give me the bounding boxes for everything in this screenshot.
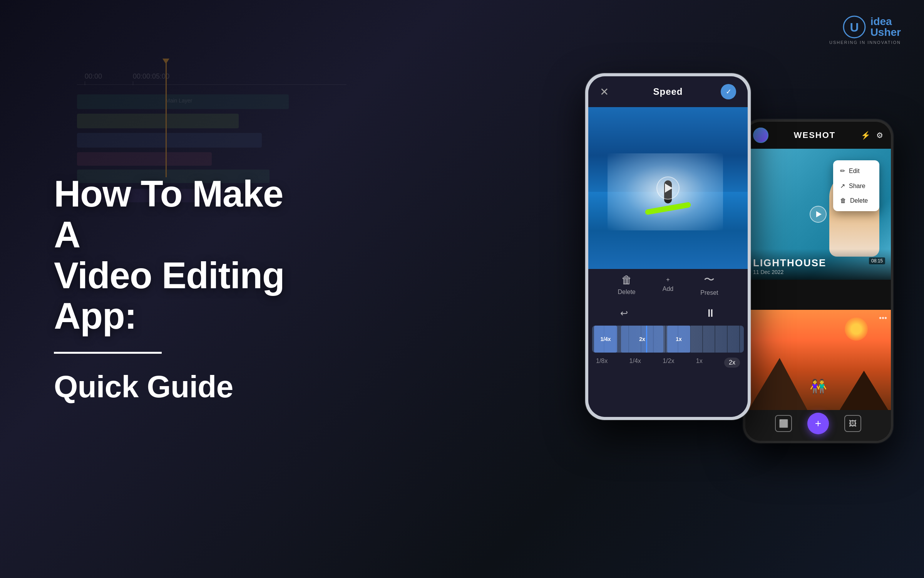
trash-icon: 🗑 xyxy=(840,197,846,204)
flash-icon[interactable]: ⚡ xyxy=(861,131,870,140)
delete-label: Delete xyxy=(850,197,868,204)
logo-text: idea Usher xyxy=(870,16,901,38)
phones-container: ✕ Speed ✓ xyxy=(585,58,893,520)
undo-bar: ↩ ⏸ xyxy=(592,304,744,323)
delete-control[interactable]: 🗑 Delete xyxy=(618,274,636,296)
phone2-bottom-nav: ⬜ + 🖼 xyxy=(745,410,891,441)
logo-tagline: USHERING IN INNOVATION xyxy=(829,40,901,45)
settings-icon[interactable]: ⚙ xyxy=(876,131,883,140)
preset-control[interactable]: 〜 Preset xyxy=(700,272,718,296)
speed-option-1_4x[interactable]: 1/4x xyxy=(629,358,641,368)
logo-usher-text: Usher xyxy=(870,27,901,38)
add-icon-circle: + xyxy=(666,276,670,283)
lighthouse-overlay: LIGHTHOUSE 11 Dec 2022 xyxy=(745,249,891,280)
speed-marker-1x: 1x xyxy=(667,326,690,353)
speed-scale: 1/8x 1/4x 1/2x 1x 2x xyxy=(592,355,744,371)
add-icon: + xyxy=(666,276,670,283)
lighthouse-date: 11 Dec 2022 xyxy=(753,269,883,275)
speed-marker-quarter: 1/4x xyxy=(594,326,617,353)
phone1-mockup: ✕ Speed ✓ xyxy=(585,73,751,420)
weshot-header-icons: ⚡ ⚙ xyxy=(861,131,883,140)
more-button[interactable]: ••• xyxy=(879,314,887,323)
play-button[interactable] xyxy=(656,176,680,200)
context-share[interactable]: ↗ Share xyxy=(833,178,879,193)
user-avatar[interactable] xyxy=(753,128,768,143)
film-strip: 1/4x 2x 1x xyxy=(592,326,744,353)
nav-gallery-button[interactable]: 🖼 xyxy=(844,415,861,432)
context-edit[interactable]: ✏ Edit xyxy=(833,163,879,178)
confirm-button[interactable]: ✓ xyxy=(721,84,736,99)
context-delete[interactable]: 🗑 Delete xyxy=(833,193,879,208)
pause-icon[interactable]: ⏸ xyxy=(705,307,716,319)
weshot-logo: WESHOT xyxy=(794,130,836,140)
logo-area: U idea Usher USHERING IN INNOVATION xyxy=(829,15,901,45)
play-icon-small xyxy=(816,211,822,217)
subheading: Quick Guide xyxy=(54,369,233,405)
headline: How To Make A Video Editing App: xyxy=(54,173,316,336)
play-icon xyxy=(665,183,673,193)
nav-square-button[interactable]: ⬜ xyxy=(775,415,792,432)
speed-option-1_2x[interactable]: 1/2x xyxy=(663,358,674,368)
phone1-header: ✕ Speed ✓ xyxy=(588,76,748,107)
speed-controls-bar: 🗑 Delete + Add 〜 Preset xyxy=(588,269,748,300)
svg-text:U: U xyxy=(850,20,859,34)
add-control speed-ctrl-add[interactable]: + Add xyxy=(663,276,673,292)
undo-icon[interactable]: ↩ xyxy=(620,308,628,319)
sunset-video-card: 👫 ••• xyxy=(745,310,891,410)
logo-idea-text: idea xyxy=(870,16,901,27)
sunset-scene: 👫 xyxy=(745,310,891,410)
phone1-video-preview xyxy=(588,107,748,269)
close-button[interactable]: ✕ xyxy=(600,86,609,98)
video-duration: 08:15 xyxy=(869,257,885,264)
speed-option-2x-active[interactable]: 2x xyxy=(724,358,740,368)
weshot-header: WESHOT ⚡ ⚙ xyxy=(745,122,891,149)
logo-icon: U xyxy=(843,15,866,39)
speed-title: Speed xyxy=(653,86,683,97)
share-label: Share xyxy=(849,183,865,190)
edit-label: Edit xyxy=(849,168,860,175)
headline-line1: How To Make A xyxy=(54,173,283,255)
preset-label: Preset xyxy=(700,289,718,296)
phone2-mockup: WESHOT ⚡ ⚙ ✏ Edit ↗ Share 🗑 Delete xyxy=(743,119,893,443)
nav-add-button[interactable]: + xyxy=(807,413,829,434)
delete-icon: 🗑 xyxy=(621,274,632,286)
speed-option-1_8x[interactable]: 1/8x xyxy=(596,358,608,368)
lighthouse-title: LIGHTHOUSE xyxy=(753,257,883,269)
delete-label: Delete xyxy=(618,289,636,296)
headline-divider xyxy=(54,352,162,354)
context-menu: ✏ Edit ↗ Share 🗑 Delete xyxy=(833,160,879,211)
headline-line2: Video Editing App: xyxy=(54,255,285,337)
phone1-timeline: ↩ ⏸ 1/4x 2x 1x 1/8x 1/4x 1/2x 1x 2x xyxy=(588,300,748,417)
check-icon: ✓ xyxy=(726,87,732,96)
edit-icon: ✏ xyxy=(840,167,845,175)
logo-container: U idea Usher xyxy=(843,15,901,39)
speed-option-1x[interactable]: 1x xyxy=(696,358,703,368)
share-icon: ↗ xyxy=(840,182,845,190)
phone1-screen: ✕ Speed ✓ xyxy=(588,76,748,417)
film-playhead xyxy=(646,326,647,353)
preset-icon: 〜 xyxy=(704,272,715,287)
lighthouse-play-button[interactable] xyxy=(810,206,827,223)
add-label: Add xyxy=(663,286,673,292)
phone2-screen: WESHOT ⚡ ⚙ ✏ Edit ↗ Share 🗑 Delete xyxy=(745,122,891,441)
speed-marker-2x: 2x xyxy=(621,326,663,353)
